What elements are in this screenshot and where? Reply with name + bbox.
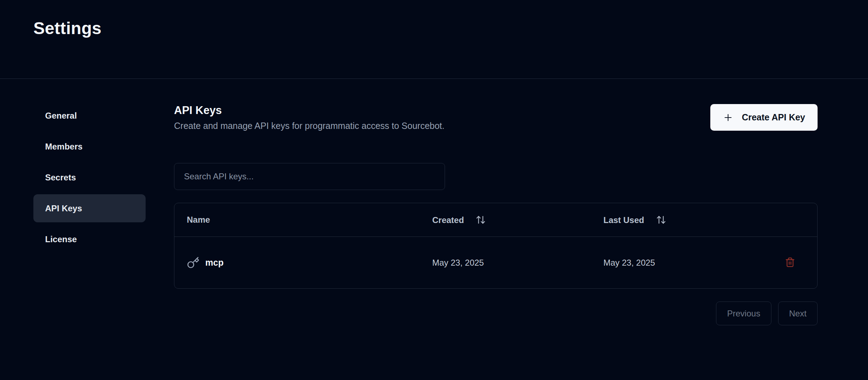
- create-api-key-button[interactable]: Create API Key: [710, 104, 818, 131]
- section-heading-group: API Keys Create and manage API keys for …: [174, 104, 445, 131]
- api-key-last-used-cell: May 23, 2025: [603, 258, 655, 268]
- search-input[interactable]: [174, 163, 445, 190]
- column-header-last-used: Last Used: [603, 215, 666, 225]
- sidebar-item-label: General: [45, 111, 77, 121]
- api-key-last-used-date: May 23, 2025: [603, 258, 655, 268]
- create-api-key-label: Create API Key: [742, 112, 805, 123]
- api-key-created-date: May 23, 2025: [432, 258, 484, 268]
- sort-by-last-used-button[interactable]: Last Used: [603, 215, 666, 225]
- sidebar-item-label: Members: [45, 142, 82, 152]
- sidebar-item-members[interactable]: Members: [33, 132, 146, 161]
- api-keys-table: Name Created Last Used: [174, 203, 818, 289]
- sidebar-item-label: License: [45, 234, 77, 244]
- column-header-last-used-label: Last Used: [603, 215, 644, 225]
- sidebar-item-license[interactable]: License: [33, 225, 146, 253]
- next-page-button[interactable]: Next: [778, 302, 818, 325]
- sort-by-created-button[interactable]: Created: [432, 215, 486, 225]
- sidebar-item-secrets[interactable]: Secrets: [33, 163, 146, 191]
- page-header: Settings: [0, 0, 868, 79]
- arrow-up-down-icon: [656, 215, 666, 225]
- page-title: Settings: [33, 18, 102, 38]
- table-header-row: Name Created Last Used: [174, 203, 817, 237]
- api-keys-panel: API Keys Create and manage API keys for …: [174, 104, 818, 325]
- arrow-up-down-icon: [476, 215, 486, 225]
- column-header-created: Created: [432, 215, 486, 225]
- section-subtitle: Create and manage API keys for programma…: [174, 121, 445, 131]
- settings-sidebar: General Members Secrets API Keys License: [33, 102, 146, 253]
- sidebar-item-api-keys[interactable]: API Keys: [33, 194, 146, 222]
- delete-api-key-button[interactable]: [783, 256, 797, 270]
- column-header-name: Name: [187, 215, 210, 225]
- key-icon: [187, 256, 200, 269]
- sidebar-item-label: Secrets: [45, 173, 76, 183]
- previous-page-button[interactable]: Previous: [716, 302, 771, 325]
- pagination: Previous Next: [174, 302, 818, 325]
- api-key-name: mcp: [205, 257, 223, 268]
- table-row: mcp May 23, 2025 May 23, 2025: [174, 237, 817, 288]
- section-title: API Keys: [174, 104, 445, 117]
- plus-icon: [723, 112, 733, 123]
- column-header-created-label: Created: [432, 215, 464, 225]
- sidebar-item-general[interactable]: General: [33, 102, 146, 130]
- api-key-created-cell: May 23, 2025: [432, 258, 484, 268]
- sidebar-item-label: API Keys: [45, 203, 82, 213]
- trash-icon: [785, 257, 795, 268]
- api-key-name-cell: mcp: [187, 256, 223, 269]
- section-header: API Keys Create and manage API keys for …: [174, 104, 818, 131]
- column-header-name-label: Name: [187, 215, 210, 225]
